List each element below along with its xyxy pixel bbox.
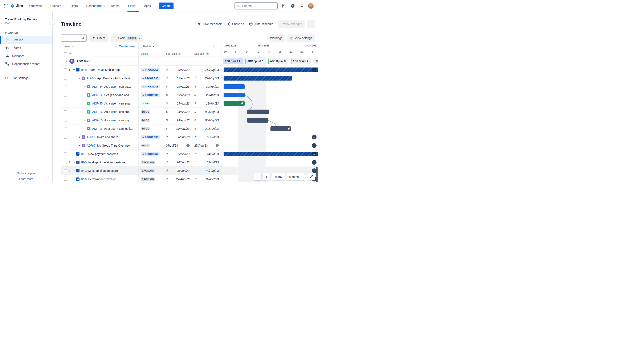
- bar-continues-arrow[interactable]: →: [312, 152, 316, 156]
- start-date-cell[interactable]: S09/May/23: [164, 124, 192, 133]
- expand-chevron[interactable]: [72, 153, 76, 155]
- offscreen-bar-arrow[interactable]: →: [312, 143, 316, 148]
- due-date-cell[interactable]: ↱14/Jul/23: [192, 150, 221, 158]
- sprint-chip[interactable]: AD: [314, 58, 318, 64]
- gantt-bar-IP-7[interactable]: →: [224, 152, 318, 156]
- status-cell[interactable]: IN PROGRESS: [138, 82, 164, 91]
- help-icon[interactable]: ?: [290, 2, 296, 9]
- issue-row-IP-5[interactable]: 3LEIP-5Intelligent travel suggestionsBAC…: [61, 158, 221, 166]
- nav-dashboards[interactable]: Dashboards: [84, 0, 108, 12]
- global-search[interactable]: [234, 2, 278, 10]
- timeline-search[interactable]: [61, 34, 87, 42]
- nav-projects[interactable]: Projects: [48, 0, 67, 12]
- offscreen-bar-arrow[interactable]: →: [312, 160, 316, 165]
- nav-your-work[interactable]: Your work: [26, 0, 48, 12]
- sidebar-item-releases[interactable]: Releases: [0, 52, 52, 60]
- due-date-cell[interactable]: 25/Aug/23×: [192, 141, 221, 150]
- start-date-cell[interactable]: ↱09/Apr/23: [164, 66, 192, 74]
- create-button[interactable]: Create: [159, 2, 174, 9]
- offscreen-bar-arrow[interactable]: →: [312, 135, 316, 140]
- row-checkbox[interactable]: [64, 178, 67, 181]
- gantt-bar-ADR-14[interactable]: [247, 110, 269, 114]
- timeline-search-input[interactable]: [63, 36, 80, 40]
- issue-row-ADR-7[interactable]: ADR-7My Group Trips OverviewTO DO07/Jul/…: [61, 141, 221, 150]
- today-button[interactable]: Today: [272, 173, 285, 180]
- issue-row-ADR-13[interactable]: ADR-13As a user I can log i…TO DOS24/Apr…: [61, 116, 221, 124]
- start-date-cell[interactable]: S24/Apr/23: [164, 108, 192, 116]
- expand-chevron[interactable]: [72, 162, 76, 163]
- issue-key-link[interactable]: ADR-14: [92, 110, 103, 114]
- filters-button[interactable]: Filters: [90, 34, 108, 42]
- gantt-bar-ADR-11[interactable]: [270, 126, 291, 131]
- issue-key-link[interactable]: ADR-12: [92, 93, 103, 97]
- issue-key-link[interactable]: IP-3: [81, 169, 87, 172]
- scroll-right-button[interactable]: ›: [263, 173, 270, 180]
- issue-key-link[interactable]: ADR-7: [87, 144, 96, 147]
- due-date-cell[interactable]: ↱25/Aug/23: [192, 66, 221, 74]
- start-date-cell[interactable]: ↱27/Aug/23: [164, 175, 192, 182]
- expand-chevron[interactable]: [72, 69, 76, 70]
- expand-chevron[interactable]: [72, 178, 76, 180]
- start-date-cell[interactable]: ↱20/Jun/23: [164, 158, 192, 166]
- issue-row-ADR-5[interactable]: ADR-5App Basics - Android testIN PROGRES…: [61, 74, 221, 82]
- row-checkbox[interactable]: [64, 68, 67, 71]
- zoom-level-dropdown[interactable]: Months: [286, 173, 304, 180]
- status-cell[interactable]: TO DO: [138, 124, 164, 133]
- jira-logo[interactable]: Jira: [10, 4, 23, 8]
- status-cell[interactable]: BACKLOG: [138, 158, 164, 166]
- due-date-cell[interactable]: S08/May/23: [192, 108, 221, 116]
- row-checkbox[interactable]: [64, 119, 67, 122]
- give-feedback-button[interactable]: Give feedback: [195, 20, 224, 28]
- issue-key-link[interactable]: ADR-13: [92, 118, 103, 122]
- settings-gear-icon[interactable]: ⚙: [299, 2, 306, 9]
- review-changes-button[interactable]: Review changes: [278, 20, 304, 28]
- issue-key-link[interactable]: ADR-11: [92, 127, 102, 130]
- sprint-chip[interactable]: ADR Sprint 4: [291, 58, 311, 64]
- nav-teams[interactable]: Teams: [108, 0, 125, 12]
- start-date-cell[interactable]: ↱06/Jun/23: [164, 133, 192, 141]
- status-cell[interactable]: BACKLOG: [138, 175, 164, 182]
- expand-chevron[interactable]: [83, 120, 87, 121]
- sprint-chip[interactable]: ADR Sprint 2: [246, 58, 266, 64]
- view-settings-button[interactable]: View settings: [287, 34, 315, 42]
- sidebar-item-teams[interactable]: Teams: [0, 44, 52, 52]
- row-checkbox[interactable]: [64, 110, 67, 113]
- create-issue-button[interactable]: Create issue: [114, 44, 136, 48]
- start-date-cell[interactable]: ↱09/Apr/23: [164, 150, 192, 158]
- start-date-cell[interactable]: S09/Apr/23: [164, 82, 192, 91]
- collapse-columns-button[interactable]: [213, 44, 217, 48]
- remove-date-icon[interactable]: ×: [216, 144, 219, 147]
- due-date-cell[interactable]: S22/May/23: [192, 124, 221, 133]
- due-date-cell[interactable]: ↱07/Oct/23: [192, 175, 221, 182]
- issue-key-link[interactable]: ADR-5: [87, 76, 96, 80]
- issue-key-link[interactable]: IP-8: [81, 68, 87, 72]
- issue-row-ADR-14[interactable]: ADR-14As a user I can cre…TO DOS24/Apr/2…: [61, 108, 221, 116]
- fields-column-header[interactable]: Fields: [143, 44, 151, 48]
- issue-row-ADR-44[interactable]: ADR-44As a user I can up…IN PROGRESSS09/…: [61, 82, 221, 91]
- expand-chevron[interactable]: [78, 136, 82, 138]
- auto-schedule-button[interactable]: Auto-schedule: [247, 20, 276, 28]
- row-checkbox[interactable]: [64, 102, 67, 105]
- sprint-chip[interactable]: ADR Sprint 1: [223, 58, 243, 64]
- sidebar-item-plan-settings[interactable]: ⚙ Plan settings: [0, 74, 52, 82]
- learn-more-link[interactable]: Learn more: [0, 177, 52, 180]
- sidebar-item-timeline[interactable]: Timeline: [0, 36, 52, 44]
- nav-apps[interactable]: Apps: [141, 0, 157, 12]
- gantt-bar-ADR-13[interactable]: [247, 118, 268, 122]
- more-options-button[interactable]: ⋯: [307, 20, 315, 28]
- status-cell[interactable]: IN PROGRESS: [138, 91, 164, 99]
- issue-row-ADR-45[interactable]: ADR-45As a user I can ena…DONES09/Apr/23…: [61, 99, 221, 108]
- due-date-cell[interactable]: ↱14/Aug/23: [192, 166, 221, 175]
- issue-row-ADR-6[interactable]: ADR-6Invite and shareIN PROGRESS↱06/Jun/…: [61, 133, 221, 141]
- status-cell[interactable]: TO DO: [138, 141, 164, 150]
- status-cell[interactable]: IN PROGRESS: [138, 133, 164, 141]
- gantt-bar-ADR-45[interactable]: [224, 101, 244, 106]
- row-checkbox[interactable]: [64, 136, 67, 138]
- gantt-bar-ADR-5[interactable]: [224, 76, 292, 80]
- fullscreen-expand-button[interactable]: [308, 173, 315, 180]
- status-cell[interactable]: IN PROGRESS: [138, 74, 164, 82]
- due-date-cell[interactable]: ↱03/Jul/23: [192, 133, 221, 141]
- due-date-cell[interactable]: S08/May/23: [192, 116, 221, 124]
- sidebar-collapse-button[interactable]: ‹: [50, 19, 55, 25]
- select-all-checkbox[interactable]: [64, 52, 67, 55]
